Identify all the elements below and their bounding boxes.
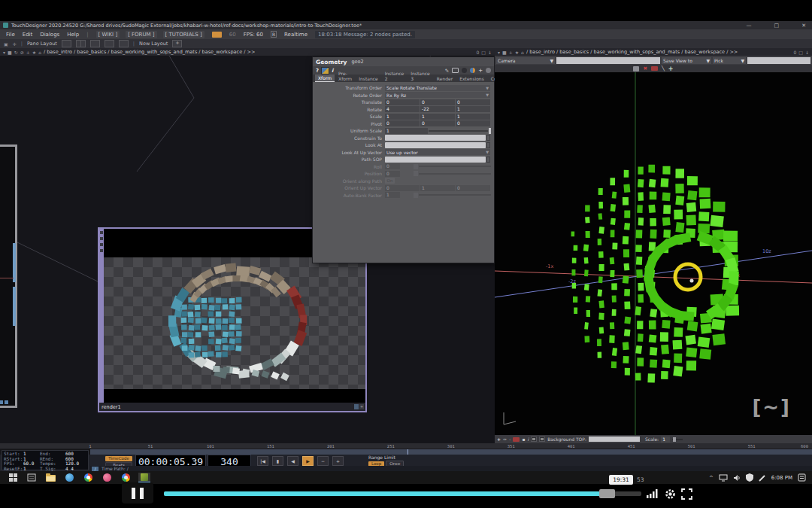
param-ref-field[interactable] [385,142,486,148]
pink-app-icon[interactable] [101,473,113,483]
step-back-button[interactable]: − [317,456,329,466]
pause-button[interactable] [122,482,153,503]
lock-flag[interactable] [100,249,103,252]
pen-tray-icon[interactable] [759,474,766,482]
timeline-settings[interactable]: Start:1End:600RStart:1REnd:600FPS:60.0Te… [2,450,89,470]
param-field[interactable]: 0 [385,163,400,169]
tray-expand-icon[interactable]: ^ [709,475,714,481]
menu-edit[interactable]: Edit [23,32,33,38]
jump-start-button[interactable]: |◀ [257,456,268,466]
add-icon[interactable]: + [497,437,501,442]
play-reverse-button[interactable]: ◀ [287,456,298,466]
param-field[interactable]: 0 [420,120,455,126]
camera-select[interactable]: Camera▼ [496,57,555,64]
step-forward-button[interactable]: + [332,456,344,466]
param-slider[interactable] [419,166,491,167]
expression-mode-icon[interactable] [470,68,475,73]
pane-maximize-icon[interactable]: □ [481,50,486,55]
playhead[interactable] [408,449,408,455]
pick-path-field[interactable] [747,57,810,64]
bypass-flag[interactable] [100,243,103,246]
forward-icon[interactable]: ⊘ [20,50,24,55]
fps-limit-badge[interactable] [212,32,222,38]
dialog-title-bar[interactable]: Geometry geo2 [313,57,494,66]
param-dropdown[interactable]: Rx Ry Rz▼ [385,92,490,98]
param-dropdown[interactable]: Scale Rotate Translate▼ [385,85,490,91]
add-parameter-icon[interactable]: + [478,68,483,74]
pane-split-icon[interactable]: ↓ [805,50,809,55]
lock-icon[interactable]: ▪ [522,437,525,442]
edit-comment-icon[interactable]: ✎ [445,68,449,74]
window-icon[interactable]: ▣ [4,41,8,47]
param-ref-picker[interactable] [486,135,490,141]
home-icon[interactable]: ⌂ [521,50,524,55]
node-handle[interactable] [13,287,16,326]
param-ref-field[interactable] [385,157,486,163]
op-name[interactable]: geo2 [351,59,363,65]
camera-icon[interactable] [513,437,520,442]
minimize-button[interactable]: — [747,23,752,29]
param-field[interactable]: 1 [385,128,428,134]
add-icon[interactable]: + [26,50,30,55]
collapse-icon[interactable]: ‹ [509,437,511,442]
edge-node-viewer[interactable] [0,144,17,408]
volume-icon[interactable] [647,488,659,499]
menu-link[interactable]: [ TUTORIALS ] [163,31,205,38]
add-view-icon[interactable]: + [668,65,674,72]
pane-index-icon[interactable]: 0 [476,50,479,55]
chrome-icon[interactable] [82,473,94,483]
camera-record-icon[interactable] [651,66,658,71]
notification-center-icon[interactable] [798,473,806,482]
gear-icon[interactable] [486,68,491,73]
param-field[interactable]: 0 [456,185,490,191]
geometry-viewport[interactable]: -1x1x10z-2z [~] [495,72,812,435]
slider-endcap[interactable] [489,128,491,134]
close-button[interactable]: ✕ [801,23,806,29]
comment-bubble-icon[interactable] [452,68,459,73]
add-icon[interactable]: + [509,50,513,55]
fullscreen-icon[interactable] [681,488,692,500]
progress-handle[interactable] [599,489,615,498]
param-dropdown[interactable]: Use up vector▼ [385,149,490,155]
snapshot-icon[interactable] [633,66,639,71]
param-field[interactable]: 1 [420,114,455,120]
scale-slider[interactable] [672,439,683,440]
background-checkbox-2[interactable] [539,437,545,442]
language-icon[interactable] [462,68,467,73]
progress-bar[interactable] [164,491,641,496]
parameter-dialog[interactable]: Geometry geo2 ? i ✎ + XformPre-XformInst… [312,56,495,263]
param-ref-field[interactable] [385,135,486,141]
layout-preset-3[interactable] [90,40,100,47]
slider-knob[interactable] [414,164,418,169]
layout-preset-4[interactable] [105,40,114,47]
param-field[interactable]: 0 [420,99,455,105]
layout-preset-5[interactable] [119,40,129,47]
pane-menu-icon[interactable]: ▾ [498,50,500,55]
viewer-path[interactable]: / base_intro / base_basics / base_workin… [526,49,738,55]
touchdesigner-taskbar-icon[interactable] [138,473,150,483]
pane-maximize-icon[interactable]: □ [798,50,803,55]
menu-file[interactable]: File [6,32,15,38]
tab-extensions[interactable]: Extensions [456,75,487,82]
add-layout-button[interactable]: + [172,40,182,47]
pen-icon[interactable]: ╲ [662,65,665,71]
param-field[interactable]: 1 [456,106,490,112]
back-icon[interactable]: ↻ [14,50,18,55]
start-button[interactable] [7,473,19,483]
stop-icon[interactable]: ■ [502,50,507,55]
param-field[interactable]: 0 [456,120,490,126]
brush-icon[interactable]: ✑ [503,437,507,442]
record-off-icon[interactable]: ✖ [643,65,647,71]
background-checkbox-1[interactable] [531,437,537,442]
node-name[interactable]: render1 [102,404,121,410]
tab-render[interactable]: Render [434,75,456,82]
slider-knob[interactable] [414,171,418,176]
layout-preset-1[interactable] [62,40,71,47]
edge-browser-icon[interactable] [63,473,75,483]
network-path[interactable]: / base_intro / base_basics / base_workin… [44,49,255,55]
menu-link[interactable]: [ FORUM ] [126,31,156,38]
background-top-field[interactable] [589,437,640,442]
param-ref-picker[interactable] [486,157,490,163]
param-slider[interactable] [419,194,491,196]
param-field[interactable]: 1 [385,192,400,198]
